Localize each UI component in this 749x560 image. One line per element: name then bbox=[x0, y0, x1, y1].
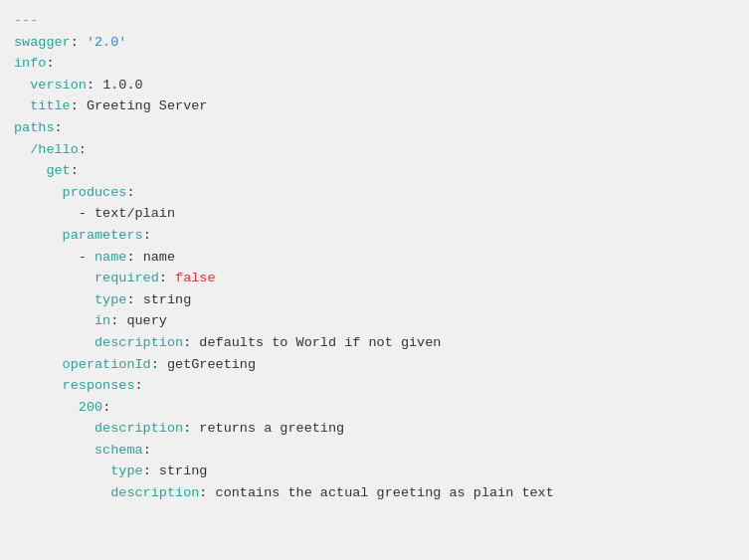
line-2: swagger: '2.0' bbox=[14, 32, 735, 54]
val-description-param: defaults to World if not given bbox=[199, 335, 441, 350]
line-7: /hello: bbox=[14, 139, 735, 161]
val-title: Greeting Server bbox=[87, 98, 208, 113]
val-type: string bbox=[143, 292, 192, 307]
line-13: required: false bbox=[14, 268, 735, 289]
line-16: description: defaults to World if not gi… bbox=[14, 332, 735, 354]
key-operationid: operationId bbox=[63, 357, 151, 372]
val-produces-item: text/plain bbox=[94, 206, 175, 221]
key-parameters: parameters bbox=[63, 228, 143, 243]
key-hello: /hello bbox=[30, 142, 79, 157]
key-schema-type: type bbox=[110, 464, 142, 478]
line-12: - name: name bbox=[14, 247, 735, 269]
key-description-schema: description bbox=[110, 485, 199, 500]
key-in: in bbox=[94, 313, 110, 328]
key-responses: responses bbox=[63, 378, 135, 393]
dash-separator: --- bbox=[14, 13, 38, 28]
key-title: title bbox=[30, 98, 71, 113]
key-version: version bbox=[30, 78, 87, 93]
line-10: - text/plain bbox=[14, 203, 735, 225]
line-22: type: string bbox=[14, 461, 735, 482]
key-swagger: swagger bbox=[14, 35, 71, 50]
val-name: name bbox=[143, 250, 175, 265]
line-15: in: query bbox=[14, 310, 735, 332]
code-editor: --- swagger: '2.0' info: version: 1.0.0 … bbox=[0, 0, 749, 560]
key-200: 200 bbox=[79, 400, 102, 415]
key-name: name bbox=[94, 250, 126, 265]
line-11: parameters: bbox=[14, 225, 735, 247]
line-9: produces: bbox=[14, 182, 735, 204]
key-description-param: description bbox=[94, 335, 183, 350]
val-operationid: getGreeting bbox=[167, 357, 256, 372]
line-17: operationId: getGreeting bbox=[14, 354, 735, 376]
line-20: description: returns a greeting bbox=[14, 418, 735, 440]
val-schema-type: string bbox=[159, 464, 208, 478]
key-produces: produces bbox=[63, 185, 127, 200]
key-description-200: description bbox=[94, 421, 183, 436]
line-1: --- bbox=[14, 10, 735, 32]
val-version: 1.0.0 bbox=[102, 78, 143, 93]
line-21: schema: bbox=[14, 440, 735, 462]
key-type: type bbox=[94, 292, 126, 307]
val-description-200: returns a greeting bbox=[199, 421, 344, 436]
val-required: false bbox=[175, 271, 216, 285]
line-19: 200: bbox=[14, 397, 735, 419]
line-18: responses: bbox=[14, 375, 735, 397]
val-swagger: '2.0' bbox=[87, 35, 127, 50]
val-description-schema: contains the actual greeting as plain te… bbox=[216, 485, 554, 500]
line-8: get: bbox=[14, 160, 735, 182]
line-23: description: contains the actual greetin… bbox=[14, 482, 735, 504]
line-4: version: 1.0.0 bbox=[14, 75, 735, 96]
key-required: required bbox=[94, 271, 159, 285]
line-14: type: string bbox=[14, 289, 735, 311]
line-3: info: bbox=[14, 53, 735, 75]
key-get: get bbox=[46, 163, 70, 178]
line-5: title: Greeting Server bbox=[14, 95, 735, 117]
val-in: query bbox=[126, 313, 167, 328]
key-paths: paths bbox=[14, 120, 55, 135]
key-info: info bbox=[14, 56, 46, 71]
line-6: paths: bbox=[14, 117, 735, 139]
key-schema: schema bbox=[94, 443, 143, 458]
